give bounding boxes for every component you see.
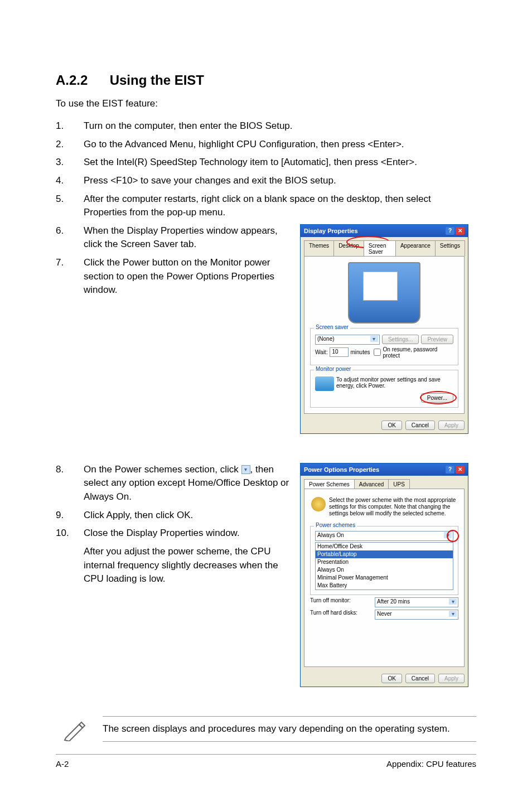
wait-label: Wait: (315, 349, 327, 355)
step-num: 4. (56, 174, 84, 188)
apply-button[interactable]: Apply (438, 421, 465, 430)
step-num: 6. (56, 224, 84, 252)
wait-spinner[interactable]: 10 (330, 347, 348, 357)
dialog-title: Power Options Properties (304, 466, 379, 473)
close-icon[interactable]: ✕ (456, 466, 465, 474)
option-presentation[interactable]: Presentation (316, 558, 453, 566)
screensaver-group: Screen saver (None) Settings... Preview … (310, 328, 458, 365)
tab-ups[interactable]: UPS (388, 479, 410, 489)
step-num: 5. (56, 192, 84, 220)
power-scheme-select[interactable]: Always On (315, 531, 453, 541)
dialog-tabs: Themes Desktop Screen Saver Appearance S… (301, 237, 468, 256)
tab-settings[interactable]: Settings (435, 240, 465, 256)
step-text: Go to the Advanced Menu, highlight CPU C… (84, 138, 476, 152)
note-text: The screen displays and procedures may v… (103, 716, 476, 742)
power-button[interactable]: Power... (421, 393, 453, 403)
dialog-titlebar: Display Properties ? ✕ (301, 225, 468, 237)
apply-button[interactable]: Apply (438, 674, 465, 683)
heading-number: A.2.2 (56, 73, 106, 88)
close-icon[interactable]: ✕ (456, 227, 465, 235)
step-num: 3. (56, 156, 84, 170)
step-num: 2. (56, 138, 84, 152)
power-schemes-group: Power schemes Always On Home/Office Desk… (310, 526, 458, 595)
ok-button[interactable]: OK (381, 674, 402, 683)
on-resume-label: On resume, password protect (383, 346, 453, 359)
section-heading: A.2.2 Using the EIST (56, 73, 476, 88)
step-text: After the computer restarts, right click… (84, 192, 476, 220)
dialog-tabs: Power Schemes Advanced UPS (301, 476, 468, 489)
step-text: When the Display Properties window appea… (84, 224, 294, 252)
turn-off-disks-select[interactable]: Never (375, 610, 458, 620)
display-properties-dialog: Display Properties ? ✕ Themes Desktop Sc… (300, 224, 468, 434)
after-note: After you adjust the power scheme, the C… (84, 545, 294, 586)
group-label: Screen saver (314, 324, 350, 330)
chevron-down-icon: ▾ (241, 465, 250, 474)
note-pencil-icon (62, 717, 87, 741)
heading-title: Using the EIST (110, 73, 204, 88)
step-text: Click Apply, then click OK. (84, 509, 294, 523)
tab-themes[interactable]: Themes (304, 240, 334, 256)
page-footer: A-2 Appendix: CPU features (56, 754, 476, 769)
power-scheme-hint-icon (311, 497, 326, 511)
step-text: Turn on the computer, then enter the BIO… (84, 119, 476, 133)
option-max-battery[interactable]: Max Battery (316, 582, 453, 590)
tab-desktop[interactable]: Desktop (333, 240, 364, 256)
preview-button[interactable]: Preview (421, 335, 453, 344)
step-num: 8. (56, 463, 84, 504)
cancel-button[interactable]: Cancel (405, 421, 435, 430)
dialog-titlebar: Power Options Properties ? ✕ (301, 463, 468, 476)
tab-advanced[interactable]: Advanced (354, 479, 389, 489)
screensaver-select[interactable]: (None) (315, 335, 380, 345)
power-scheme-hint-text: Select the power scheme with the most ap… (329, 497, 457, 517)
cancel-button[interactable]: Cancel (405, 674, 435, 683)
step-num: 1. (56, 119, 84, 133)
step-text: Close the Display Properties window. (84, 526, 294, 540)
turn-off-monitor-select[interactable]: After 20 mins (375, 597, 458, 607)
tab-appearance[interactable]: Appearance (395, 240, 436, 256)
wait-minutes-label: minutes (351, 349, 370, 355)
option-minimal[interactable]: Minimal Power Management (316, 574, 453, 582)
on-resume-checkbox[interactable] (374, 349, 381, 356)
settings-button[interactable]: Settings... (382, 335, 419, 344)
step-text: Click the Power button on the Monitor po… (84, 256, 294, 297)
option-always-on[interactable]: Always On (316, 566, 453, 574)
turn-off-disks-label: Turn off hard disks: (310, 610, 357, 620)
footer-page-number: A-2 (56, 759, 69, 769)
tab-power-schemes[interactable]: Power Schemes (304, 479, 355, 489)
group-label: Power schemes (314, 522, 357, 528)
dialog-title: Display Properties (304, 228, 358, 234)
help-icon[interactable]: ? (446, 227, 454, 235)
step-text: Press <F10> to save your changes and exi… (84, 174, 476, 188)
footer-section-title: Appendix: CPU features (386, 759, 476, 769)
ok-button[interactable]: OK (381, 421, 402, 430)
intro-text: To use the EIST feature: (56, 98, 476, 109)
turn-off-monitor-label: Turn off monitor: (310, 597, 351, 607)
tab-screen-saver[interactable]: Screen Saver (364, 240, 396, 256)
help-icon[interactable]: ? (446, 466, 454, 474)
energy-star-icon (315, 376, 334, 391)
option-portable-laptop[interactable]: Portable/Laptop (316, 550, 453, 558)
monitor-power-text: To adjust monitor power settings and sav… (336, 376, 453, 389)
step-num: 7. (56, 256, 84, 297)
group-label: Monitor power (314, 366, 352, 372)
power-options-dialog: Power Options Properties ? ✕ Power Schem… (300, 463, 468, 687)
power-scheme-dropdown[interactable]: Home/Office Desk Portable/Laptop Present… (315, 542, 453, 590)
monitor-preview (348, 262, 420, 323)
step-text: Set the Intel(R) SpeedStep Technology it… (84, 156, 476, 170)
option-home-office[interactable]: Home/Office Desk (316, 543, 453, 550)
step-num: 10. (56, 526, 84, 540)
monitor-power-group: Monitor power To adjust monitor power se… (310, 370, 458, 408)
step-text: On the Power schemes section, click ▾, t… (84, 463, 294, 504)
step-num: 9. (56, 509, 84, 523)
